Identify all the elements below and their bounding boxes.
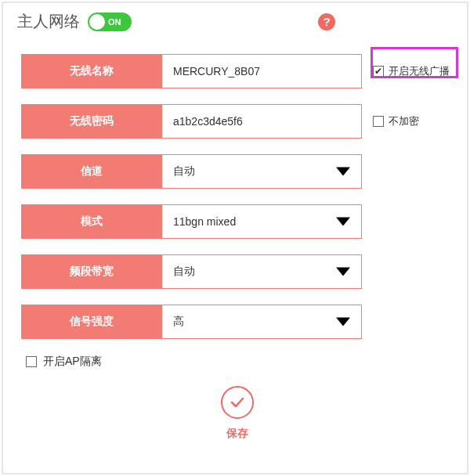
broadcast-checkbox[interactable]: ✔ 开启无线广播: [373, 54, 450, 88]
no-encrypt-checkbox[interactable]: 不加密: [373, 104, 419, 139]
channel-label: 信道: [21, 154, 162, 189]
ap-isolation-checkbox[interactable]: 开启AP隔离: [26, 355, 453, 369]
toggle-label: ON: [108, 17, 121, 27]
ssid-input[interactable]: [173, 65, 350, 78]
no-encrypt-label: 不加密: [389, 114, 419, 128]
password-input-wrap[interactable]: [162, 104, 362, 139]
bandwidth-label: 频段带宽: [21, 254, 162, 289]
signal-label: 信号强度: [21, 305, 162, 339]
password-label: 无线密码: [21, 104, 162, 139]
ssid-input-wrap[interactable]: [162, 54, 362, 88]
help-icon[interactable]: ?: [318, 13, 335, 31]
save-label: 保存: [226, 427, 248, 441]
checkbox-icon: ✔: [373, 66, 384, 77]
signal-select[interactable]: 高: [162, 305, 362, 339]
checkbox-icon: [373, 116, 384, 127]
ap-isolation-label: 开启AP隔离: [43, 355, 102, 369]
check-circle-icon: [221, 386, 254, 419]
mode-select[interactable]: 11bgn mixed: [162, 204, 362, 239]
chevron-down-icon: [336, 218, 350, 226]
save-button[interactable]: 保存: [221, 386, 254, 441]
password-input[interactable]: [173, 115, 350, 128]
toggle-knob: [89, 14, 105, 30]
chevron-down-icon: [336, 318, 350, 326]
channel-value: 自动: [173, 164, 195, 178]
chevron-down-icon: [336, 268, 350, 276]
page-title: 主人网络: [17, 11, 80, 32]
mode-label: 模式: [21, 204, 162, 239]
broadcast-label: 开启无线广播: [389, 64, 450, 78]
network-toggle[interactable]: ON: [88, 13, 132, 31]
bandwidth-value: 自动: [173, 265, 195, 279]
bandwidth-select[interactable]: 自动: [162, 254, 362, 289]
mode-value: 11bgn mixed: [173, 215, 236, 228]
chevron-down-icon: [336, 168, 350, 176]
ssid-label: 无线名称: [21, 54, 162, 88]
checkbox-icon: [26, 356, 37, 367]
signal-value: 高: [173, 315, 184, 329]
channel-select[interactable]: 自动: [162, 154, 362, 189]
